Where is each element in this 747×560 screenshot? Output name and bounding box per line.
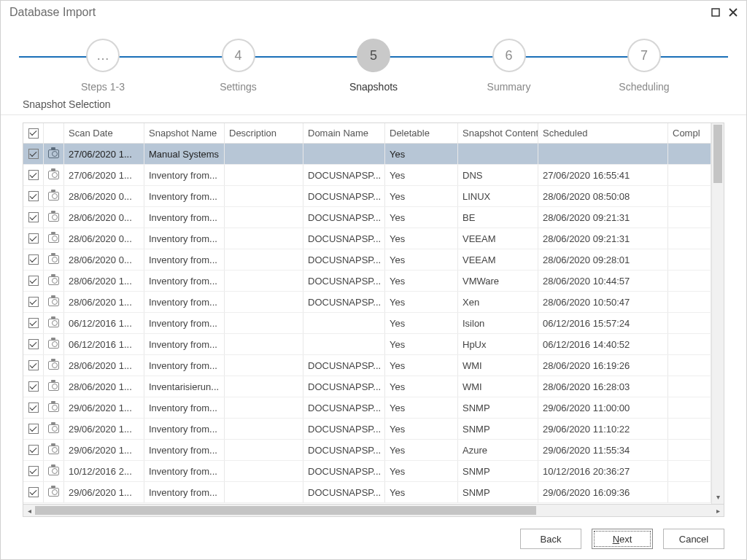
cell-snapshot-name: Inventarisierun... bbox=[144, 376, 225, 397]
wizard-step-3[interactable]: 6Summary bbox=[465, 39, 553, 93]
header-scan-date[interactable]: Scan Date bbox=[64, 123, 144, 143]
table-row[interactable]: 28/06/2020 0...Inventory from...DOCUSNAP… bbox=[23, 207, 711, 228]
snapshot-icon bbox=[48, 149, 59, 158]
scroll-left-icon[interactable]: ◂ bbox=[23, 505, 35, 516]
snapshot-icon bbox=[48, 382, 59, 391]
row-checkbox[interactable] bbox=[23, 419, 44, 439]
row-checkbox[interactable] bbox=[23, 144, 44, 164]
wizard-step-1[interactable]: 4Settings bbox=[195, 39, 282, 93]
row-checkbox[interactable] bbox=[23, 228, 44, 249]
cell-snapshot-content: Azure bbox=[458, 440, 538, 460]
row-checkbox[interactable] bbox=[23, 440, 44, 460]
header-select-all[interactable] bbox=[23, 123, 44, 143]
row-icon bbox=[44, 186, 64, 206]
table-row[interactable]: 29/06/2020 1...Inventory from...DOCUSNAP… bbox=[23, 397, 711, 419]
vertical-scrollbar[interactable]: ▾ bbox=[711, 123, 724, 504]
table-row[interactable]: 28/06/2020 1...Inventarisierun...DOCUSNA… bbox=[23, 376, 711, 397]
cell-scheduled: 28/06/2020 16:28:03 bbox=[538, 376, 668, 397]
table-row[interactable]: 28/06/2020 1...Inventory from...DOCUSNAP… bbox=[23, 355, 711, 376]
row-icon bbox=[44, 207, 64, 228]
cell-completed bbox=[668, 397, 711, 418]
cancel-button[interactable]: Cancel bbox=[663, 529, 724, 549]
cell-snapshot-name: Inventory from... bbox=[144, 440, 225, 460]
row-checkbox[interactable] bbox=[23, 482, 44, 502]
cell-description bbox=[225, 313, 303, 333]
checkbox-icon bbox=[28, 487, 39, 497]
checkbox-icon bbox=[28, 381, 39, 392]
snapshot-icon bbox=[48, 255, 59, 264]
cell-domain-name: DOCUSNAPSP... bbox=[303, 228, 385, 249]
header-description[interactable]: Description bbox=[225, 123, 303, 143]
table-row[interactable]: 28/06/2020 0...Inventory from...DOCUSNAP… bbox=[23, 249, 711, 271]
titlebar: Database Import bbox=[1, 1, 746, 24]
horizontal-scrollbar[interactable]: ◂ ▸ bbox=[23, 505, 724, 517]
cell-snapshot-name: Inventory from... bbox=[144, 482, 225, 502]
next-button[interactable]: Next bbox=[592, 529, 653, 549]
row-checkbox[interactable] bbox=[23, 355, 44, 376]
cell-snapshot-content bbox=[458, 144, 538, 164]
table-row[interactable]: 28/06/2020 1...Inventory from...DOCUSNAP… bbox=[23, 271, 711, 292]
header-deletable[interactable]: Deletable bbox=[385, 123, 458, 143]
row-checkbox[interactable] bbox=[23, 313, 44, 333]
row-checkbox[interactable] bbox=[23, 334, 44, 354]
cell-scheduled: 29/06/2020 11:00:00 bbox=[538, 397, 668, 418]
scrollbar-thumb[interactable] bbox=[713, 125, 722, 183]
cell-deletable: Yes bbox=[385, 186, 458, 206]
table-row[interactable]: 27/06/2020 1...Manual SystemsYes bbox=[23, 144, 711, 165]
cell-scan-date: 28/06/2020 1... bbox=[64, 355, 144, 376]
table-row[interactable]: 28/06/2020 0...Inventory from...DOCUSNAP… bbox=[23, 228, 711, 249]
row-checkbox[interactable] bbox=[23, 376, 44, 397]
table-row[interactable]: 28/06/2020 0...Inventory from...DOCUSNAP… bbox=[23, 186, 711, 207]
cell-description bbox=[225, 355, 303, 376]
table-row[interactable]: 29/06/2020 1...Inventory from...DOCUSNAP… bbox=[23, 419, 711, 440]
scroll-right-icon[interactable]: ▸ bbox=[712, 505, 724, 516]
header-domain-name[interactable]: Domain Name bbox=[303, 123, 385, 143]
row-checkbox[interactable] bbox=[23, 271, 44, 291]
row-icon bbox=[44, 313, 64, 333]
cell-description bbox=[225, 271, 303, 291]
table-row[interactable]: 27/06/2020 1...Inventory from...DOCUSNAP… bbox=[23, 165, 711, 186]
step-label: Summary bbox=[487, 81, 531, 93]
back-button[interactable]: Back bbox=[520, 529, 581, 549]
row-checkbox[interactable] bbox=[23, 292, 44, 312]
wizard-step-2[interactable]: 5Snapshots bbox=[330, 39, 417, 93]
table-row[interactable]: 28/06/2020 1...Inventory from...DOCUSNAP… bbox=[23, 292, 711, 313]
checkbox-icon bbox=[28, 360, 39, 370]
header-snapshot-name[interactable]: Snapshot Name bbox=[144, 123, 225, 143]
maximize-icon[interactable] bbox=[707, 8, 724, 17]
scroll-down-icon[interactable]: ▾ bbox=[712, 491, 724, 502]
row-checkbox[interactable] bbox=[23, 249, 44, 270]
table-header-row: Scan Date Snapshot Name Description Doma… bbox=[23, 123, 711, 144]
table-row[interactable]: 29/06/2020 1...Inventory from...DOCUSNAP… bbox=[23, 482, 711, 503]
table-row[interactable]: 29/06/2020 1...Inventory from...DOCUSNAP… bbox=[23, 440, 711, 461]
table-row[interactable]: 06/12/2016 1...Inventory from...YesIsilo… bbox=[23, 313, 711, 334]
row-checkbox[interactable] bbox=[23, 165, 44, 185]
cell-snapshot-name: Inventory from... bbox=[144, 207, 225, 228]
row-checkbox[interactable] bbox=[23, 207, 44, 228]
close-icon[interactable] bbox=[724, 8, 742, 17]
wizard-step-4[interactable]: 7Scheduling bbox=[600, 39, 688, 93]
wizard-step-0[interactable]: …Steps 1-3 bbox=[59, 39, 147, 93]
cell-snapshot-content: SNMP bbox=[458, 461, 538, 481]
header-completed[interactable]: Compl bbox=[668, 123, 711, 143]
header-snapshot-content[interactable]: Snapshot Content bbox=[458, 123, 538, 143]
snapshot-icon bbox=[48, 424, 59, 433]
row-icon bbox=[44, 144, 64, 164]
row-checkbox[interactable] bbox=[23, 461, 44, 481]
row-checkbox[interactable] bbox=[23, 397, 44, 418]
cell-scheduled: 29/06/2020 11:55:34 bbox=[538, 440, 668, 460]
cell-snapshot-name: Manual Systems bbox=[144, 144, 225, 164]
checkbox-icon bbox=[28, 424, 39, 434]
cell-scan-date: 29/06/2020 1... bbox=[64, 397, 144, 418]
header-scheduled[interactable]: Scheduled bbox=[538, 123, 668, 143]
table-row[interactable]: 06/12/2016 1...Inventory from...YesHpUx0… bbox=[23, 334, 711, 355]
cell-snapshot-name: Inventory from... bbox=[144, 228, 225, 249]
cell-snapshot-name: Inventory from... bbox=[144, 355, 225, 376]
next-accel: N bbox=[613, 534, 619, 545]
row-checkbox[interactable] bbox=[23, 186, 44, 206]
table-row[interactable]: 10/12/2016 2...Inventory from...DOCUSNAP… bbox=[23, 461, 711, 482]
svg-rect-0 bbox=[712, 9, 719, 16]
cell-snapshot-content: Xen bbox=[458, 292, 538, 312]
scrollbar-thumb[interactable] bbox=[35, 506, 536, 515]
snapshot-icon bbox=[48, 467, 59, 475]
